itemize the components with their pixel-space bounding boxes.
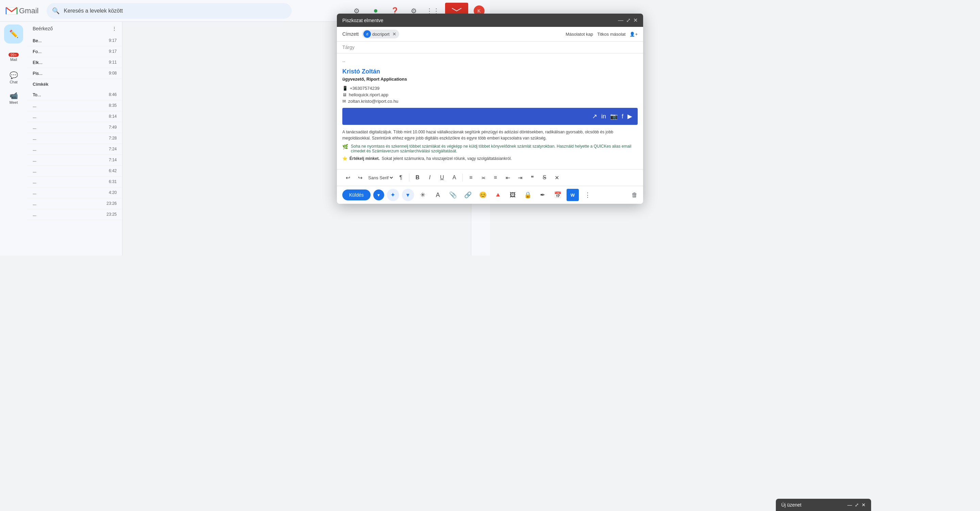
sig-title: ügyvezető, Riport Applications	[342, 76, 490, 82]
font-family-select[interactable]: Sans Serif	[367, 175, 394, 181]
sidebar-meet-label: Meet	[10, 100, 18, 105]
send-more-button[interactable]: ▾	[373, 189, 384, 201]
email-time: 6:31	[109, 179, 117, 185]
email-sender: ...	[33, 114, 106, 119]
email-time: 23:26	[107, 201, 117, 206]
sig-email: ✉ zoltan.kristo@riport.co.hu	[342, 99, 490, 104]
to-field[interactable]: Címzett d docriport ✕ Másolatot kap Titk…	[337, 27, 490, 41]
sidebar-mail-label: Mail	[10, 57, 17, 62]
email-time: 4:20	[109, 190, 117, 195]
ordered-list-button[interactable]: ≍	[478, 172, 488, 183]
email-sender: Elk...	[33, 60, 106, 65]
email-time: 9:17	[109, 49, 117, 54]
burst-button[interactable]: ✳	[417, 189, 429, 201]
email-icon: ✉	[342, 99, 346, 104]
subject-field[interactable]	[337, 41, 490, 53]
star-icon: ⭐	[342, 156, 347, 161]
email-sender: ...	[33, 146, 106, 152]
sig-green-text: Soha ne nyomtass és szkennelj többet szá…	[351, 144, 490, 153]
email-sender: To...	[33, 92, 106, 97]
sidebar-item-meet[interactable]: 📹 Meet	[2, 88, 26, 108]
email-sender: Pis...	[33, 71, 106, 76]
sig-green-section: 🌿 Soha ne nyomtass és szkennelj többet s…	[342, 144, 490, 153]
gmail-title: Gmail	[19, 6, 38, 15]
email-sender: ...	[33, 190, 106, 195]
email-time: 7:24	[109, 146, 117, 152]
list-item[interactable]: ... 7:24	[27, 144, 122, 155]
list-item[interactable]: ... 23:26	[27, 198, 122, 209]
leaf-icon: 🌿	[342, 144, 348, 150]
more-options-icon[interactable]: ⋮	[112, 26, 117, 31]
list-item[interactable]: Elk... 9:11	[27, 57, 122, 68]
list-item[interactable]: To... 8:46	[27, 89, 122, 100]
to-label: Címzett	[342, 31, 360, 37]
list-item[interactable]: Pis... 9:08	[27, 68, 122, 79]
recipient-chip[interactable]: d docriport ✕	[362, 30, 399, 38]
online-dot	[374, 9, 377, 13]
email-sender: ...	[33, 179, 106, 185]
italic-button[interactable]: I	[424, 172, 435, 183]
phone-number: +36307574239	[350, 86, 379, 91]
ai-extra-button[interactable]: ▾	[402, 189, 414, 201]
list-item[interactable]: ... 7:49	[27, 122, 122, 133]
email-time: 23:25	[107, 212, 117, 217]
attach-button[interactable]: 📎	[447, 189, 459, 201]
phone-icon: 📱	[342, 86, 348, 91]
email-time: 9:08	[109, 71, 117, 76]
sidebar-item-mail[interactable]: 99+ Mail	[2, 48, 26, 67]
list-item[interactable]: ... 6:31	[27, 177, 122, 188]
sidebar-item-chat[interactable]: 💬 Chat	[2, 68, 26, 87]
meet-icon: 📹	[10, 92, 18, 100]
ai-compose-button[interactable]: ✦	[387, 189, 399, 201]
email-time: 8:35	[109, 103, 117, 108]
list-item[interactable]: Fo... 9:17	[27, 46, 122, 57]
sidebar: ✏️ 99+ Mail 💬 Chat 📹 Meet	[0, 22, 27, 256]
font-color-button[interactable]: A	[449, 172, 460, 183]
email-sender: Be...	[33, 38, 106, 43]
link-button[interactable]: 🔗	[462, 189, 474, 201]
subject-input[interactable]	[342, 45, 490, 50]
remove-recipient-button[interactable]: ✕	[392, 31, 396, 37]
email-time: 6:42	[109, 169, 117, 174]
bold-button[interactable]: B	[412, 172, 423, 183]
emoji-button[interactable]: 😊	[477, 189, 489, 201]
paragraph-style-button[interactable]: ¶	[395, 172, 406, 183]
sig-description: A tanácsadást digitalizáljuk. Több mint …	[342, 129, 490, 141]
undo-button[interactable]: ↩	[342, 172, 353, 183]
email-time: 8:46	[109, 92, 117, 97]
search-placeholder: Keresés a levelek között	[64, 8, 123, 14]
email-time: 9:17	[109, 38, 117, 43]
list-item[interactable]: Be... 9:17	[27, 35, 122, 46]
search-bar[interactable]: 🔍 Keresés a levelek között	[47, 3, 292, 19]
sig-website: 🖥 helloquick.riport.app	[342, 92, 490, 97]
compose-dialog: Piszkozat elmentve — ⤢ ✕ Címzett d docri…	[337, 14, 490, 204]
email-sender: ...	[33, 169, 106, 174]
redo-button[interactable]: ↪	[355, 172, 366, 183]
list-item[interactable]: ... 7:28	[27, 133, 122, 144]
align-button[interactable]: ≡	[466, 172, 476, 183]
list-item[interactable]: ... 7:14	[27, 155, 122, 166]
list-item[interactable]: ... 23:25	[27, 209, 122, 220]
list-item[interactable]: ... 6:42	[27, 166, 122, 177]
gmail-m-icon	[5, 6, 18, 16]
compose-button[interactable]: ✏️	[4, 24, 23, 43]
send-label: Küldés	[349, 192, 364, 197]
compose-body: Címzett d docriport ✕ Másolatot kap Titk…	[337, 27, 490, 204]
email-sender: ...	[33, 201, 104, 206]
email-sender: ...	[33, 103, 106, 108]
list-item[interactable]: ... 8:14	[27, 111, 122, 122]
email-sender: ...	[33, 136, 106, 141]
list-item[interactable]: ... 8:35	[27, 100, 122, 111]
signature-divider: --	[342, 59, 490, 64]
email-time: 9:11	[109, 60, 117, 65]
font-color-action-button[interactable]: A	[432, 189, 444, 201]
underline-button[interactable]: U	[437, 172, 447, 183]
email-sender: ...	[33, 158, 106, 162]
email-address: zoltan.kristo@riport.co.hu	[348, 99, 398, 104]
sidebar-chat-label: Chat	[10, 80, 18, 84]
sig-phone: 📱 +36307574239	[342, 86, 490, 91]
email-time: 7:49	[109, 125, 117, 130]
list-item[interactable]: ... 4:20	[27, 188, 122, 198]
send-button[interactable]: Küldés	[342, 189, 371, 201]
email-content-area[interactable]: -- Kristó Zoltán ügyvezető, Riport Appli…	[337, 53, 490, 169]
